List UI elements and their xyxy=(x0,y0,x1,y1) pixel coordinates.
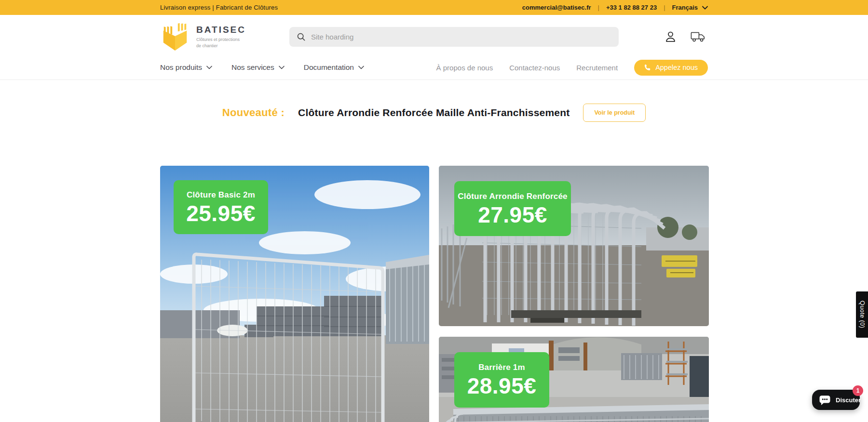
view-product-button[interactable]: Voir le produit xyxy=(583,104,646,122)
chevron-down-icon xyxy=(279,66,285,69)
phone-link[interactable]: +33 1 82 88 27 23 xyxy=(606,4,657,11)
logo[interactable]: BATISEC Clôtures et protections de chant… xyxy=(160,22,246,52)
chevron-down-icon xyxy=(358,66,364,69)
account-icon[interactable] xyxy=(664,30,677,43)
call-us-button[interactable]: Appelez nous xyxy=(634,60,708,76)
nav-link-recrutement[interactable]: Recrutement xyxy=(576,64,618,72)
new-product-title: Clôture Arrondie Renforcée Maille Anti-F… xyxy=(298,107,570,119)
site-header: BATISEC Clôtures et protections de chant… xyxy=(0,15,868,80)
nav-item-nos-services[interactable]: Nos services xyxy=(231,63,285,72)
product-card-barriere-1m[interactable]: Barrière 1m 28.95€ xyxy=(439,337,709,422)
price-badge: Clôture Arrondie Renforcée 27.95€ xyxy=(454,181,571,236)
chat-bubble-icon xyxy=(818,394,831,407)
nav-link-a-propos[interactable]: À propos de nous xyxy=(436,64,493,72)
product-name: Barrière 1m xyxy=(478,363,525,372)
chat-launcher[interactable]: Discuter 1 xyxy=(812,390,860,410)
search-input[interactable] xyxy=(311,33,611,41)
product-price: 25.95€ xyxy=(186,202,256,224)
email-link[interactable]: commercial@batisec.fr xyxy=(522,4,591,11)
product-price: 27.95€ xyxy=(478,204,547,226)
price-badge: Clôture Basic 2m 25.95€ xyxy=(174,180,268,234)
phone-icon xyxy=(644,64,651,71)
new-product-label: Nouveauté : xyxy=(222,106,285,119)
logo-icon xyxy=(160,22,190,52)
topbar-separator: | xyxy=(598,4,599,11)
nav-item-nos-produits[interactable]: Nos produits xyxy=(160,63,212,72)
price-badge: Barrière 1m 28.95€ xyxy=(454,352,549,408)
chevron-down-icon xyxy=(702,6,708,10)
nav-link-contactez-nous[interactable]: Contactez-nous xyxy=(509,64,560,72)
topbar: Livraison express | Fabricant de Clôture… xyxy=(0,0,868,15)
quote-tab[interactable]: Quote (0) xyxy=(856,291,868,338)
product-name: Clôture Arrondie Renforcée xyxy=(458,192,568,201)
language-selector[interactable]: Français xyxy=(672,4,708,11)
product-name: Clôture Basic 2m xyxy=(187,190,255,200)
product-grid: Clôture Basic 2m 25.95€ xyxy=(160,166,708,422)
brand-tagline: Clôtures et protections de chantier xyxy=(196,37,246,48)
delivery-truck-icon[interactable] xyxy=(691,31,706,43)
product-card-cloture-arrondie-renforcee[interactable]: Clôture Arrondie Renforcée 27.95€ xyxy=(439,166,709,326)
search-icon xyxy=(297,32,306,41)
product-card-cloture-basic-2m[interactable]: Clôture Basic 2m 25.95€ xyxy=(160,166,429,422)
new-product-banner: Nouveauté : Clôture Arrondie Renforcée M… xyxy=(160,104,708,122)
product-price: 28.95€ xyxy=(467,375,537,397)
chat-label: Discuter xyxy=(836,396,861,404)
search-bar[interactable] xyxy=(289,27,619,47)
topbar-separator: | xyxy=(664,4,665,11)
topbar-tagline: Livraison express | Fabricant de Clôture… xyxy=(160,4,278,11)
chat-unread-badge: 1 xyxy=(853,385,863,396)
language-label: Français xyxy=(672,4,698,11)
chevron-down-icon xyxy=(206,66,212,69)
brand-name: BATISEC xyxy=(196,25,246,35)
nav-item-documentation[interactable]: Documentation xyxy=(304,63,364,72)
